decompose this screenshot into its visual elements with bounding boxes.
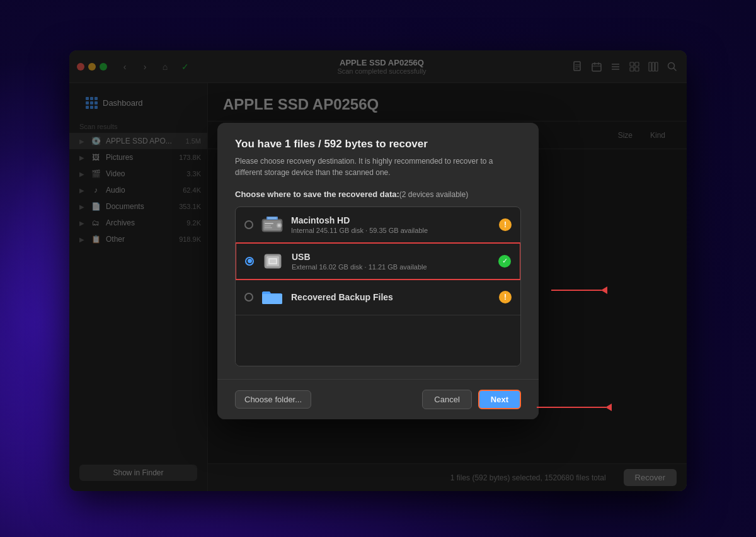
device-name-backup: Recovered Backup Files	[291, 292, 491, 302]
radio-usb[interactable]	[245, 257, 254, 266]
radio-backup[interactable]	[244, 293, 253, 302]
radio-macintosh-hd[interactable]	[244, 220, 253, 229]
device-info-usb: USB External 16.02 GB disk · 11.21 GB av…	[292, 252, 491, 271]
device-info-backup: Recovered Backup Files	[291, 292, 491, 302]
device-item-backup[interactable]: Recovered Backup Files !	[236, 280, 520, 315]
usb-icon	[261, 250, 284, 273]
svg-rect-18	[268, 217, 277, 219]
svg-rect-14	[265, 223, 273, 224]
next-button[interactable]: Next	[478, 390, 521, 409]
success-status-usb: ✓	[498, 255, 511, 268]
modal-overlay: You have 1 files / 592 bytes to recover …	[69, 50, 687, 491]
device-detail-usb: External 16.02 GB disk · 11.21 GB availa…	[292, 263, 491, 271]
choose-folder-button[interactable]: Choose folder...	[235, 390, 311, 409]
svg-rect-15	[265, 225, 271, 227]
warning-status-backup: !	[499, 291, 512, 303]
modal-title: You have 1 files / 592 bytes to recover	[235, 138, 521, 150]
hd-icon	[261, 213, 284, 236]
svg-rect-16	[265, 227, 272, 229]
backup-folder-icon	[261, 286, 284, 308]
devices-list: Macintosh HD Internal 245.11 GB disk · 5…	[235, 206, 521, 366]
device-name-macintosh-hd: Macintosh HD	[291, 215, 491, 225]
device-info-macintosh-hd: Macintosh HD Internal 245.11 GB disk · 5…	[291, 215, 491, 234]
warning-status-macintosh-hd: !	[499, 218, 512, 231]
svg-rect-22	[270, 259, 276, 263]
modal-body: You have 1 files / 592 bytes to recover …	[217, 123, 539, 379]
success-icon: ✓	[498, 255, 511, 268]
cancel-button[interactable]: Cancel	[422, 390, 471, 409]
modal-footer: Choose folder... Cancel Next	[217, 379, 539, 419]
device-detail-macintosh-hd: Internal 245.11 GB disk · 59.35 GB avail…	[291, 227, 491, 234]
modal-footer-buttons: Cancel Next	[422, 390, 521, 409]
device-item-macintosh-hd[interactable]: Macintosh HD Internal 245.11 GB disk · 5…	[236, 207, 520, 243]
warning-icon: !	[499, 218, 512, 231]
choose-label: Choose where to save the recovered data:	[235, 189, 399, 199]
devices-available-count: (2 devices available)	[399, 190, 468, 199]
app-window: ‹ › ⌂ ✓ APPLE SSD AP0256Q Scan completed…	[69, 50, 687, 491]
recovery-modal: You have 1 files / 592 bytes to recover …	[217, 123, 539, 419]
device-name-usb: USB	[292, 252, 491, 262]
svg-point-13	[278, 224, 280, 227]
warning-icon-backup: !	[499, 291, 512, 303]
device-item-usb[interactable]: USB External 16.02 GB disk · 11.21 GB av…	[235, 242, 521, 280]
folder-area	[236, 315, 520, 366]
modal-description: Please choose recovery destination. It i…	[235, 155, 521, 178]
